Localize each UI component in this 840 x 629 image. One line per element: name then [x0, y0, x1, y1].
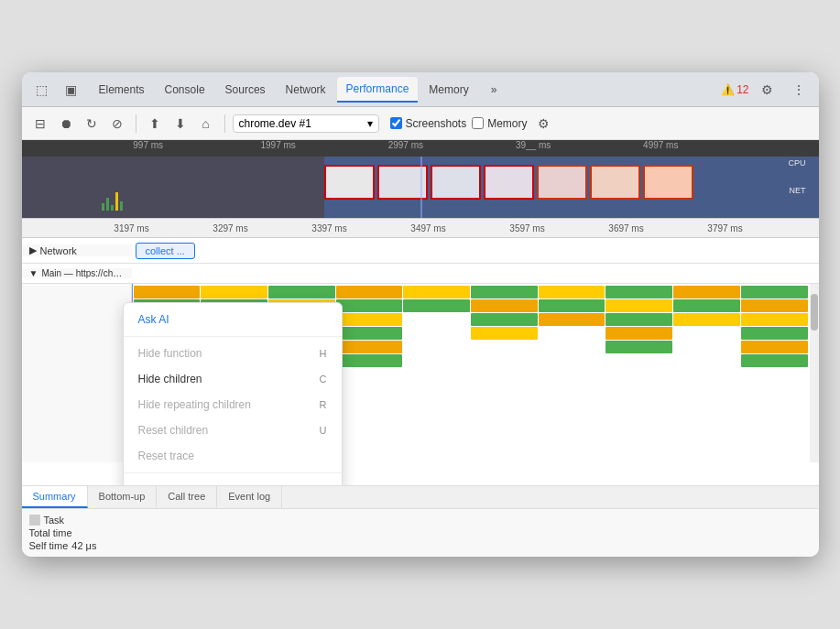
flame-cell[interactable] — [605, 299, 672, 312]
flame-cell[interactable] — [741, 327, 808, 340]
cpu-label: CPU — [788, 158, 805, 168]
reload-button[interactable]: ↻ — [81, 113, 103, 135]
total-time-row: Total time — [29, 527, 812, 538]
timeline-tracks[interactable]: CPU NET — [22, 157, 819, 218]
flame-cell[interactable] — [539, 286, 605, 298]
flame-cell[interactable] — [268, 286, 335, 298]
alert-badge[interactable]: ⚠️ 12 — [721, 83, 748, 96]
flame-cell[interactable] — [471, 313, 538, 326]
settings-icon[interactable]: ⚙ — [755, 77, 780, 103]
download-button[interactable]: ⬇ — [169, 113, 191, 135]
tab-network[interactable]: Network — [277, 78, 335, 102]
checkbox-group: Screenshots Memory ⚙ — [390, 113, 555, 135]
flame-cell[interactable] — [134, 286, 201, 298]
flame-cell[interactable] — [741, 354, 808, 367]
flame-cell[interactable] — [741, 286, 808, 298]
ctx-ask-ai[interactable]: Ask AI — [124, 307, 342, 332]
home-button[interactable]: ⌂ — [195, 113, 217, 135]
screenshots-checkbox-label[interactable]: Screenshots — [390, 117, 467, 130]
flame-cell[interactable] — [201, 286, 267, 298]
time-mark-0: 3197 ms — [114, 223, 148, 233]
tab-sources[interactable]: Sources — [216, 78, 275, 102]
ctx-reset-children-key: U — [320, 425, 327, 436]
toolbar: ⊟ ⏺ ↻ ⊘ ⬆ ⬇ ⌂ chrome.dev #1 ▾ Screenshot… — [22, 107, 819, 140]
flame-cell[interactable] — [403, 299, 470, 312]
task-badge — [29, 515, 40, 526]
flame-cell[interactable] — [673, 313, 740, 326]
flame-cell[interactable] — [336, 341, 403, 353]
flame-cell[interactable] — [471, 327, 538, 340]
time-mark-3: 3497 ms — [410, 223, 445, 233]
separator-1 — [136, 114, 136, 133]
memory-checkbox-label[interactable]: Memory — [472, 117, 527, 130]
memory-label: Memory — [487, 117, 527, 130]
tab-performance[interactable]: Performance — [337, 77, 419, 103]
ctx-hide-repeating: Hide repeating children R — [124, 392, 342, 418]
ruler-mark-2: 1997 ms — [261, 140, 296, 150]
ctx-hide-children[interactable]: Hide children C — [124, 366, 342, 392]
tab-console[interactable]: Console — [156, 78, 214, 102]
tab-event-log[interactable]: Event log — [217, 486, 282, 508]
screenshots-checkbox[interactable] — [390, 117, 402, 129]
capture-settings-button[interactable]: ⚙ — [533, 113, 555, 135]
flame-col-9 — [673, 286, 740, 461]
memory-checkbox[interactable] — [472, 117, 484, 129]
tab-memory[interactable]: Memory — [420, 78, 477, 102]
record-button[interactable]: ⏺ — [55, 113, 77, 135]
network-track-content[interactable]: collect ... — [132, 238, 819, 263]
time-mark-2: 3397 ms — [311, 223, 346, 233]
flame-cell[interactable] — [673, 299, 740, 312]
clear-button[interactable]: ⊘ — [106, 113, 128, 135]
tab-more[interactable]: » — [482, 78, 507, 102]
flame-cell[interactable] — [539, 299, 605, 312]
self-time-label: Self time — [29, 540, 69, 551]
flame-cell[interactable] — [741, 313, 808, 326]
tab-settings-group: ⚠️ 12 ⚙ ⋮ — [715, 77, 811, 103]
ctx-label-entry[interactable]: Label entry Double Click — [124, 477, 342, 485]
flame-cell[interactable] — [741, 299, 808, 312]
scrollbar[interactable] — [810, 284, 819, 462]
tab-summary[interactable]: Summary — [22, 486, 88, 508]
total-time-label: Total time — [29, 527, 72, 538]
ctx-hide-function: Hide function H — [124, 341, 342, 366]
flame-cell[interactable] — [605, 327, 672, 340]
flame-cell[interactable] — [336, 354, 403, 367]
tab-call-tree[interactable]: Call tree — [157, 486, 217, 508]
screenshots-label: Screenshots — [406, 117, 467, 130]
flame-cell[interactable] — [605, 313, 672, 326]
triangle-icon[interactable]: ▶ — [29, 244, 37, 256]
tab-elements[interactable]: Elements — [90, 78, 154, 102]
triangle-expand-icon[interactable]: ▼ — [29, 268, 38, 278]
main-track-content[interactable] — [132, 264, 819, 283]
sidebar-toggle-button[interactable]: ⊟ — [29, 113, 51, 135]
flame-col-8 — [605, 286, 672, 461]
self-time-row: Self time 42 μs — [29, 540, 812, 551]
flame-cell[interactable] — [403, 286, 470, 298]
flame-cell[interactable] — [471, 286, 538, 298]
flame-cell[interactable] — [741, 341, 808, 353]
timeline-overview[interactable]: 997 ms 1997 ms 2997 ms 39__ ms 4997 ms — [22, 140, 819, 218]
url-selector[interactable]: chrome.dev #1 ▾ — [233, 114, 379, 133]
scrollbar-thumb[interactable] — [811, 294, 818, 331]
separator-2 — [224, 114, 225, 133]
flame-col-5 — [403, 286, 470, 461]
flame-cell[interactable] — [673, 286, 740, 298]
flame-cell[interactable] — [336, 327, 403, 340]
ctx-reset-children: Reset children U — [124, 418, 342, 443]
device-mode-icon[interactable]: ▣ — [59, 77, 84, 103]
flame-cell[interactable] — [336, 286, 403, 298]
flame-cell[interactable] — [539, 313, 605, 326]
time-row: 3197 ms 3297 ms 3397 ms 3497 ms 3597 ms … — [22, 218, 819, 238]
collect-button[interactable]: collect ... — [136, 243, 195, 259]
tab-bottom-up[interactable]: Bottom-up — [88, 486, 158, 508]
more-options-icon[interactable]: ⋮ — [786, 77, 812, 103]
inspect-icon[interactable]: ⬚ — [29, 77, 55, 103]
flame-cell[interactable] — [336, 313, 403, 326]
flame-cell[interactable] — [336, 299, 403, 312]
flame-cell[interactable] — [605, 286, 672, 298]
flame-cell[interactable] — [471, 299, 538, 312]
ctx-hide-repeating-label: Hide repeating children — [138, 398, 251, 411]
flame-cell[interactable] — [605, 341, 672, 353]
upload-button[interactable]: ⬆ — [144, 113, 166, 135]
ctx-sep-2 — [124, 472, 342, 473]
